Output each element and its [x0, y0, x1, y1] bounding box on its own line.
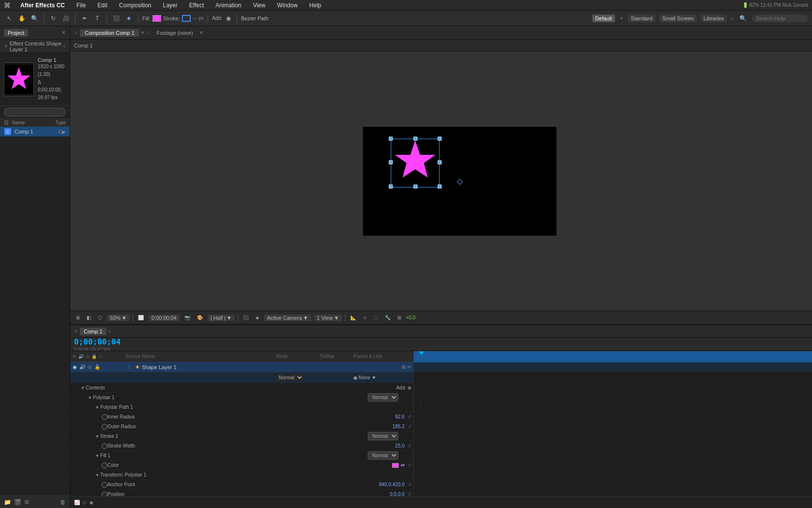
viewer-btn-region[interactable]: ⬛ [241, 314, 251, 321]
position-value[interactable]: 0.0,0.0 [390, 492, 405, 496]
color-stopwatch[interactable]: ◌ [102, 463, 107, 468]
viewer-btn-chan[interactable]: ◈ [254, 314, 261, 321]
tool-shape[interactable]: ⬛ [111, 13, 121, 24]
viewer-btn-transparency[interactable]: ⬡ [96, 314, 104, 321]
timecode-display[interactable]: 0;00;00;04 [149, 314, 180, 321]
inner-radius-value[interactable]: 92.6 [395, 414, 405, 419]
color-value[interactable]: ⇄ [392, 463, 405, 468]
parent-none-dropdown[interactable]: None ▼ [359, 375, 376, 380]
apple-menu[interactable]: ⌘ [4, 1, 11, 9]
outer-radius-reset[interactable]: ↺ [407, 424, 411, 429]
layer-mode-value[interactable]: Normal [276, 374, 319, 381]
viewer-btn-fit[interactable]: ⬜ [136, 314, 146, 321]
search-icon[interactable]: 🔍 [737, 13, 748, 24]
tool-rotate[interactable]: ↻ [48, 13, 59, 24]
search-help-input[interactable] [756, 15, 804, 21]
viewer-btn-snap[interactable]: 🔧 [383, 314, 392, 321]
menu-animation[interactable]: Animation [213, 2, 243, 9]
menu-help[interactable]: Help [307, 2, 323, 9]
tool-hand[interactable]: ✋ [16, 13, 27, 24]
position-stopwatch[interactable]: ◌ [102, 492, 107, 497]
polystar1-twirl[interactable]: ▼ [87, 395, 93, 401]
timeline-tab-comp1[interactable]: Comp 1 [80, 328, 106, 335]
workspace-small-screen[interactable]: Small Screen [659, 15, 696, 22]
color-swatch-fill[interactable] [392, 463, 399, 468]
viewer-tab-composition[interactable]: Composition Composition Comp 1Comp 1 [80, 29, 139, 37]
fill1-twirl[interactable]: ▼ [94, 453, 100, 459]
viewer-btn-grid2[interactable]: ⬚ [372, 314, 380, 321]
layer-switches-icon[interactable]: ⊞ [402, 364, 406, 370]
layer-visibility-shape1[interactable]: ◉ [72, 364, 77, 370]
stroke-swatch[interactable] [182, 15, 191, 22]
contents-twirl[interactable]: ▼ [80, 385, 86, 391]
tool-zoom[interactable]: 🔍 [29, 13, 40, 24]
zoom-dropdown[interactable]: 50% ▼ [107, 314, 130, 321]
layer-row-shape1[interactable]: ◉ 🔊 ◎ 🔓 1 ★ Shape Layer 1 ⊞ ✏ [70, 362, 413, 373]
menu-effect[interactable]: Effect [187, 2, 206, 9]
polystar1-mode-select[interactable]: Normal [368, 393, 398, 402]
viewer-btn-ruler[interactable]: 📐 [348, 314, 358, 321]
menu-edit[interactable]: Edit [95, 2, 109, 9]
tl-btn-render[interactable]: ▷ [83, 500, 87, 505]
menu-composition[interactable]: Composition [117, 2, 153, 9]
panel-close[interactable]: ✕ [61, 30, 66, 36]
layer-name-shape1[interactable]: Shape Layer 1 [142, 364, 402, 370]
menu-window[interactable]: Window [275, 2, 300, 9]
viewer-tab-footage[interactable]: Footage (none) [152, 29, 198, 37]
timeline-timecode[interactable]: 0;00;00;04 [74, 337, 120, 346]
comp-viewer[interactable]: ◇ [70, 51, 812, 311]
active-camera-dropdown[interactable]: Active Camera ▼ [264, 314, 311, 321]
viewer-btn-guides[interactable]: ⊹ [361, 314, 369, 321]
layer-lock-shape1[interactable]: 🔓 [94, 364, 101, 370]
fill-swatch[interactable] [152, 15, 161, 22]
tool-star-shape[interactable]: ★ [123, 13, 134, 24]
menu-view[interactable]: View [251, 2, 268, 9]
inner-radius-reset[interactable]: ↺ [407, 414, 411, 419]
menu-after-effects[interactable]: After Effects CC [18, 2, 67, 9]
position-reset[interactable]: ↺ [407, 492, 411, 496]
workspace-default[interactable]: Default [592, 15, 615, 22]
tool-selection[interactable]: ↖ [4, 13, 15, 24]
stroke1-mode-select[interactable]: Normal [368, 432, 398, 440]
views-dropdown[interactable]: 1 View ▼ [314, 314, 342, 321]
add-button[interactable]: ◉ [224, 13, 233, 24]
transform-polystar-twirl[interactable]: ▼ [94, 472, 100, 478]
color-swatch-link[interactable]: ⇄ [401, 463, 405, 468]
project-new-folder[interactable]: 📁 [4, 499, 11, 506]
stroke-width-value[interactable]: 25.0 [395, 443, 405, 448]
timeline-tab-menu[interactable]: ≡ [108, 329, 111, 334]
timeline-close-icon[interactable]: ✕ [74, 329, 78, 334]
tool-pen[interactable]: ✒ [79, 13, 90, 24]
quality-dropdown[interactable]: ( Half ) ▼ [208, 314, 235, 321]
project-item-comp1[interactable]: C Comp 1 C▶ [0, 127, 70, 136]
stroke-width-reset[interactable]: ↺ [407, 443, 411, 448]
tl-btn-graph[interactable]: 📈 [74, 500, 80, 505]
anchor-point-stopwatch[interactable]: ◌ [102, 482, 107, 488]
tool-camera[interactable]: 🎥 [60, 13, 71, 24]
viewer-btn-color[interactable]: 🎨 [195, 314, 205, 321]
viewer-btn-safe[interactable]: ⊞ [395, 314, 403, 321]
workspace-standard[interactable]: Standard [628, 15, 656, 22]
outer-radius-value[interactable]: 185.2 [392, 424, 405, 429]
inner-radius-stopwatch[interactable]: ◌ [102, 414, 107, 420]
viewer-btn-display[interactable]: ◧ [85, 314, 93, 321]
project-new-comp[interactable]: 🎬 [14, 499, 21, 506]
project-settings[interactable]: ⚙ [24, 499, 30, 506]
effect-controls-menu[interactable]: ≡ [63, 44, 66, 49]
workspace-libraries[interactable]: Libraries [701, 15, 727, 22]
layer-solo-shape1[interactable]: ◎ [87, 364, 92, 370]
viewer-tab-close-comp[interactable]: ✕ [74, 30, 78, 35]
anchor-point-reset[interactable]: ↺ [407, 482, 411, 487]
viewer-tab-close-footage[interactable]: ✕ [146, 30, 150, 35]
menu-layer[interactable]: Layer [161, 2, 180, 9]
fill1-mode-select[interactable]: Normal [368, 451, 398, 460]
tab-project[interactable]: Project [4, 29, 28, 37]
project-search-input[interactable] [4, 108, 66, 117]
menu-file[interactable]: File [75, 2, 88, 9]
viewer-btn-grid[interactable]: ⊞ [74, 314, 82, 321]
anchor-point-value[interactable]: 840.0,420.0 [379, 482, 405, 487]
effect-controls-close[interactable]: ✕ [4, 44, 8, 49]
viewer-footage-menu[interactable]: ▼ [199, 30, 204, 35]
layer-pencil-icon[interactable]: ✏ [407, 364, 411, 370]
tl-btn-markers[interactable]: ◆ [90, 500, 93, 505]
